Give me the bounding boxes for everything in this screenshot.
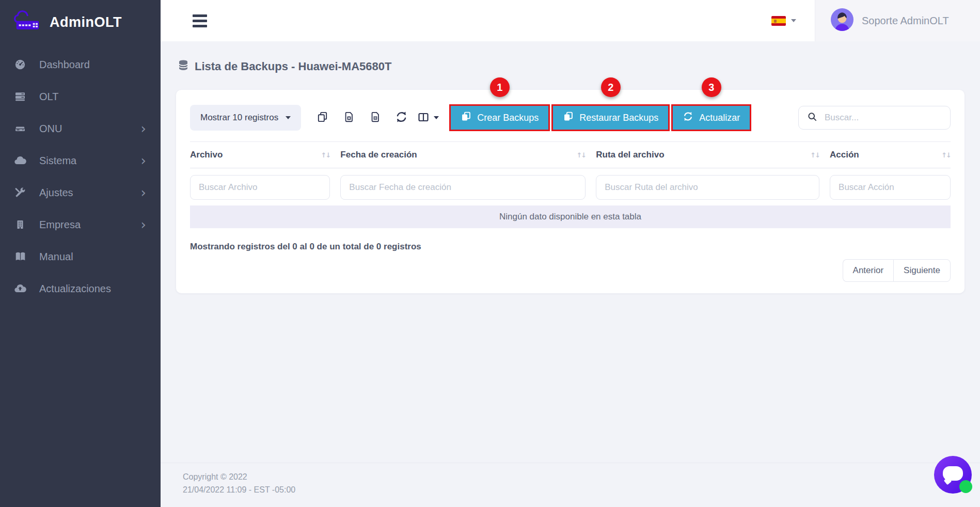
- sidebar-item-manual[interactable]: Manual: [0, 241, 161, 273]
- sidebar-item-label: Ajustes: [39, 187, 141, 199]
- adminolt-cloud-device-icon: [11, 9, 44, 35]
- columns-visibility-button[interactable]: [415, 105, 441, 131]
- sort-icon[interactable]: ↑↓: [810, 151, 819, 159]
- building-icon: [13, 218, 27, 231]
- filter-accion-input[interactable]: [830, 175, 951, 200]
- chevron-down-icon: [791, 19, 796, 22]
- table-filter-row: [190, 168, 951, 205]
- chevron-down-icon: [434, 116, 439, 119]
- sidebar-item-label: ONU: [39, 123, 141, 135]
- sidebar-item-label: Empresa: [39, 219, 141, 231]
- sidebar-item-empresa[interactable]: Empresa ›: [0, 209, 161, 241]
- column-header-accion[interactable]: Acción ↑↓: [830, 150, 951, 160]
- sidebar: AdminOLT Dashboard OLT ONU ›: [0, 0, 161, 507]
- datetime-text: 21/04/2022 11:09 - EST -05:00: [183, 484, 965, 497]
- filter-ruta-input[interactable]: [596, 175, 819, 200]
- search-input[interactable]: [825, 113, 942, 123]
- file-export-icon: [370, 111, 381, 124]
- refresh-button[interactable]: [388, 105, 415, 131]
- file-export-button[interactable]: [362, 105, 388, 131]
- brand-name: AdminOLT: [50, 14, 122, 30]
- excel-export-icon: [343, 111, 355, 124]
- chat-widget-button[interactable]: [934, 456, 972, 494]
- sort-icon[interactable]: ↑↓: [321, 151, 330, 159]
- refresh-icon: [395, 110, 408, 125]
- column-header-archivo[interactable]: Archivo ↑↓: [190, 150, 330, 160]
- language-selector[interactable]: [771, 16, 796, 26]
- table-empty-row: Ningún dato disponible en esta tabla: [190, 205, 951, 228]
- columns-visibility-icon: [417, 111, 430, 125]
- backups-card: Mostrar 10 registros: [176, 90, 965, 293]
- app-root: AdminOLT Dashboard OLT ONU ›: [0, 0, 980, 507]
- records-summary: Mostrando registros del 0 al 0 de un tot…: [190, 242, 951, 252]
- copy-icon: [317, 111, 328, 124]
- search-icon: [807, 112, 818, 124]
- sidebar-item-label: Manual: [39, 251, 146, 263]
- sidebar-item-label: Sistema: [39, 155, 141, 167]
- sort-icon[interactable]: ↑↓: [941, 151, 951, 159]
- pagination: Anterior Siguiente: [190, 259, 951, 282]
- filter-fecha-input[interactable]: [340, 175, 586, 200]
- device-icon: [13, 122, 27, 135]
- sidebar-item-label: OLT: [39, 91, 146, 103]
- refresh-icon: [683, 111, 693, 124]
- sidebar-nav: Dashboard OLT ONU › Sistema ›: [0, 49, 161, 305]
- topbar: Soporte AdminOLT: [161, 0, 980, 41]
- filter-archivo-input[interactable]: [190, 175, 330, 200]
- table-header-row: Archivo ↑↓ Fecha de creación ↑↓ Ruta del…: [190, 141, 951, 168]
- table-search: [798, 106, 951, 130]
- records-per-page-dropdown[interactable]: Mostrar 10 registros: [190, 105, 301, 131]
- brand-logo[interactable]: AdminOLT: [0, 0, 161, 41]
- column-header-fecha[interactable]: Fecha de creación ↑↓: [340, 150, 586, 160]
- backup-icon: [461, 111, 471, 124]
- crear-backups-action: 1 Crear Backups: [449, 104, 550, 131]
- chat-bubble-icon: [943, 466, 963, 481]
- sidebar-item-onu[interactable]: ONU ›: [0, 113, 161, 145]
- copy-button[interactable]: [309, 105, 336, 131]
- server-icon: [13, 90, 27, 103]
- user-menu[interactable]: Soporte AdminOLT: [815, 0, 980, 41]
- avatar: [831, 8, 853, 33]
- annotation-badge-3: 3: [702, 77, 721, 97]
- main-area: Soporte AdminOLT Lista de Backups - Huaw…: [161, 0, 980, 507]
- annotation-badge-1: 1: [490, 77, 510, 97]
- page-title: Lista de Backups - Huawei-MA5680T: [177, 59, 965, 74]
- page-content: Lista de Backups - Huawei-MA5680T Mostra…: [161, 41, 980, 463]
- sidebar-item-label: Dashboard: [39, 59, 146, 71]
- export-buttons: [309, 105, 441, 131]
- excel-export-button[interactable]: [336, 105, 362, 131]
- book-icon: [13, 250, 27, 263]
- sidebar-item-label: Actualizaciones: [39, 283, 146, 295]
- crear-backups-button[interactable]: Crear Backups: [449, 104, 550, 131]
- restaurar-backups-button[interactable]: Restaurar Backups: [551, 104, 670, 131]
- cloud-upload-icon: [13, 282, 27, 295]
- previous-page-button[interactable]: Anterior: [843, 259, 894, 282]
- sidebar-item-ajustes[interactable]: Ajustes ›: [0, 177, 161, 209]
- next-page-button[interactable]: Siguiente: [893, 259, 951, 282]
- footer: Copyright © 2022 21/04/2022 11:09 - EST …: [161, 463, 980, 507]
- annotation-badge-2: 2: [601, 77, 621, 97]
- user-name: Soporte AdminOLT: [862, 15, 949, 27]
- sidebar-item-actualizaciones[interactable]: Actualizaciones: [0, 273, 161, 305]
- database-icon: [177, 59, 189, 74]
- menu-toggle-button[interactable]: [193, 12, 207, 30]
- table-toolbar: Mostrar 10 registros: [190, 104, 951, 131]
- sort-icon[interactable]: ↑↓: [576, 151, 586, 159]
- online-status-dot: [959, 480, 972, 493]
- restore-icon: [563, 111, 574, 124]
- sidebar-item-sistema[interactable]: Sistema ›: [0, 145, 161, 177]
- speedometer-icon: [13, 58, 27, 71]
- copyright-text: Copyright © 2022: [183, 471, 965, 484]
- restaurar-backups-action: 2 Restaurar Backups: [551, 104, 670, 131]
- actualizar-action: 3 Actualizar: [671, 104, 751, 131]
- cloud-icon: [13, 154, 27, 167]
- chevron-down-icon: [286, 116, 291, 119]
- spain-flag-icon: [771, 16, 786, 26]
- actualizar-button[interactable]: Actualizar: [671, 104, 751, 131]
- sidebar-item-dashboard[interactable]: Dashboard: [0, 49, 161, 81]
- sidebar-item-olt[interactable]: OLT: [0, 81, 161, 113]
- tools-icon: [13, 186, 27, 199]
- column-header-ruta[interactable]: Ruta del archivo ↑↓: [596, 150, 819, 160]
